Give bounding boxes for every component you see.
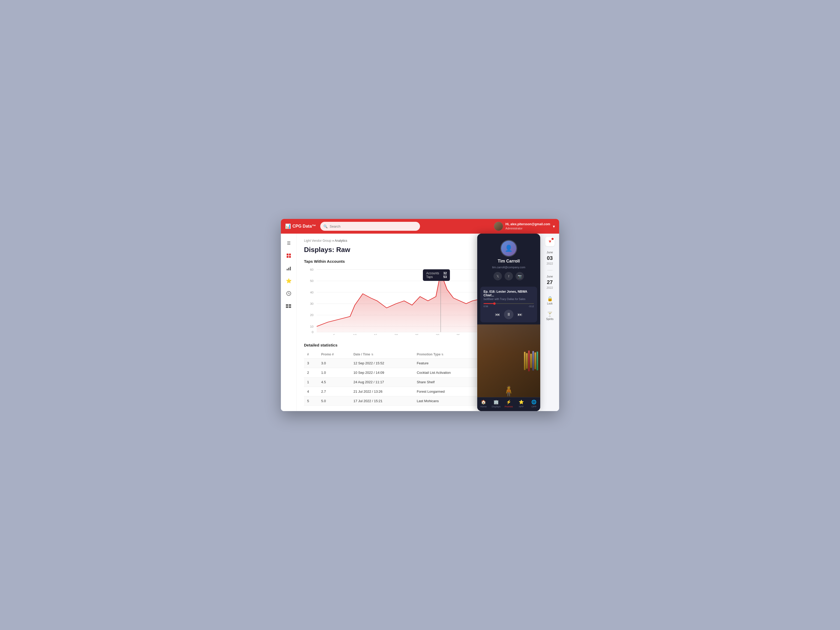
svg-text:25: 25 (415, 334, 418, 335)
cell-type: Cocktail List Activation (414, 368, 483, 377)
lock-icon: 🔒 (547, 296, 553, 302)
svg-text:40: 40 (310, 291, 313, 294)
cell-type: Last Mohicans (414, 396, 483, 406)
date-to: June 27 2022 (546, 275, 553, 290)
search-bar[interactable]: 🔍 (320, 222, 420, 231)
mobile-nav-npp[interactable]: ⭐ NPP (515, 399, 527, 408)
podcast-card: Ep. 016: Lester Jones, NBWA Chief... Ise… (480, 287, 537, 322)
cell-type: Share Shelf (414, 377, 483, 387)
mobile-image: 🧍 (477, 324, 540, 397)
svg-text:0: 0 (312, 331, 314, 334)
pause-button[interactable]: ⏸ (504, 310, 513, 319)
instagram-icon[interactable]: 📷 (516, 272, 524, 280)
svg-text:10: 10 (310, 325, 313, 328)
sidebar-hamburger[interactable]: ☰ (284, 238, 294, 248)
bottle-shelf (502, 324, 540, 397)
time-elapsed: 0:56 (483, 305, 488, 308)
date-from: June 03 2022 (546, 250, 553, 266)
breadcrumb-separator: » (332, 239, 335, 243)
sidebar-item-dashboard[interactable] (284, 250, 294, 261)
filter-dot (551, 238, 554, 240)
forward-button[interactable]: ⏭ (518, 312, 523, 317)
user-area: Hi, alex.pitersson@gmail.com Administrat… (494, 222, 555, 231)
bottle-6 (534, 352, 536, 369)
mobile-user-email: tim.carroll@company.com (492, 266, 526, 269)
col-promo: Promo # (318, 351, 350, 358)
progress-bar[interactable] (483, 303, 534, 304)
avatar-image (494, 222, 503, 231)
cell-datetime: 21 Jul 2022 / 13:26 (350, 387, 414, 396)
svg-text:50: 50 (310, 279, 313, 283)
svg-text:35: 35 (456, 334, 460, 335)
mobile-nav-opp[interactable]: 🌐 OPP (527, 399, 540, 408)
promos-label: Promos (505, 405, 513, 408)
mobile-profile: 👤 Tim Carroll tim.carroll@company.com 𝕏 … (477, 234, 540, 284)
displays-label: Displays (492, 405, 501, 408)
col-datetime[interactable]: Date / Time ⇅ (350, 351, 414, 358)
mobile-social-links: 𝕏 f 📷 (494, 272, 524, 280)
facebook-icon[interactable]: f (505, 272, 513, 280)
right-panel: 🔻 June 03 2022 June 27 2022 🔒 Lock 🍸 Spi… (540, 234, 559, 411)
date-divider (547, 270, 553, 270)
svg-text:20: 20 (394, 334, 398, 335)
bottle-7 (537, 352, 538, 370)
opp-label: OPP (531, 405, 536, 408)
logo-icon: 📊 (285, 223, 291, 229)
spirits-label: Spirits (546, 317, 554, 321)
user-dropdown-icon[interactable]: ▾ (553, 224, 555, 229)
col-num: # (304, 351, 318, 358)
displays-icon: 🏢 (494, 399, 499, 404)
cell-num: 3 (304, 358, 318, 368)
rewind-button[interactable]: ⏮ (495, 312, 500, 317)
date-from-month: June (547, 251, 553, 254)
mobile-nav-displays[interactable]: 🏢 Displays (490, 399, 502, 408)
sidebar-item-favorites[interactable]: ⭐ (284, 276, 294, 286)
date-to-year: 2022 (546, 286, 553, 289)
bottle-5 (532, 351, 534, 371)
cell-num: 4 (304, 387, 318, 396)
svg-rect-8 (286, 304, 288, 306)
bottle-2 (526, 353, 527, 369)
svg-text:60: 60 (310, 268, 313, 271)
playback-controls: ⏮ ⏸ ⏭ (483, 310, 534, 319)
mobile-nav-promos[interactable]: ⚡ Promos (502, 399, 515, 408)
cell-num: 2 (304, 368, 318, 377)
spirits-icon: 🍸 (547, 311, 553, 317)
app-window: 📊 CPG Data™ 🔍 Hi, alex.pitersson@gmail.c… (281, 219, 559, 411)
sidebar-item-tags[interactable] (284, 301, 294, 311)
svg-text:30: 30 (310, 302, 313, 305)
cell-promo: 2.7 (318, 387, 350, 396)
svg-text:10: 10 (353, 334, 357, 335)
user-info: Hi, alex.pitersson@gmail.com Administrat… (505, 222, 550, 231)
bottle-4 (530, 354, 532, 368)
podcast-title: Ep. 016: Lester Jones, NBWA Chief... (483, 290, 534, 297)
breadcrumb-parent[interactable]: Light Vendor Group (304, 239, 331, 243)
mobile-avatar: 👤 (501, 240, 517, 257)
progress-fill (483, 303, 494, 304)
logo: 📊 CPG Data™ (285, 223, 316, 229)
logo-text: CPG Data™ (292, 224, 316, 229)
spirits-button[interactable]: 🍸 Spirits (546, 310, 554, 322)
user-name: Hi, alex.pitersson@gmail.com (505, 222, 550, 227)
cell-num: 1 (304, 377, 318, 387)
lock-label: Lock (547, 302, 553, 305)
sidebar-item-analytics[interactable] (284, 263, 294, 273)
mobile-nav-home[interactable]: 🏠 Home (477, 399, 490, 408)
lock-button[interactable]: 🔒 Lock (547, 294, 553, 306)
podcast-subtitle: IsellBeer with Tracy Dallas for Sales (483, 298, 534, 300)
svg-text:30: 30 (436, 334, 439, 335)
npp-icon: ⭐ (519, 399, 524, 404)
filter-button[interactable]: 🔻 (545, 237, 555, 246)
avatar (494, 222, 503, 231)
mobile-user-name: Tim Carroll (498, 259, 520, 264)
cell-datetime: 12 Sep 2022 / 15:52 (350, 358, 414, 368)
sidebar-item-activity[interactable] (284, 288, 294, 299)
twitter-icon[interactable]: 𝕏 (494, 272, 502, 280)
opp-icon: 🌐 (531, 399, 537, 404)
promos-icon: ⚡ (506, 399, 512, 404)
svg-rect-0 (287, 254, 289, 256)
svg-point-35 (439, 271, 442, 274)
cell-type: Feature (414, 358, 483, 368)
col-type[interactable]: Promotion Type ⇅ (414, 351, 483, 358)
search-input[interactable] (330, 224, 417, 228)
